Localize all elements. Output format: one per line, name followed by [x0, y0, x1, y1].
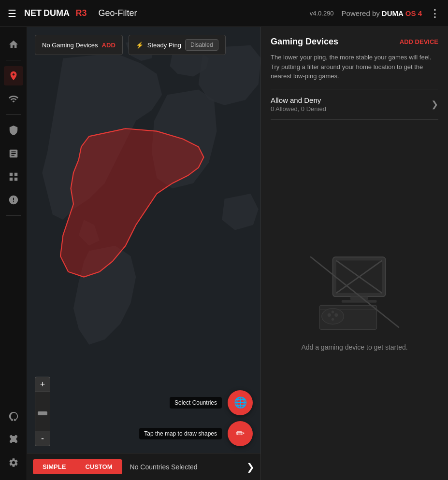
- sidebar-item-qos[interactable]: [4, 190, 23, 210]
- zoom-in-button[interactable]: +: [35, 377, 50, 392]
- countries-chevron-icon[interactable]: ❯: [246, 461, 255, 473]
- svg-point-10: [327, 313, 331, 316]
- sidebar-item-shield[interactable]: [4, 121, 23, 140]
- gaming-devices-title: Gaming Devices: [271, 37, 338, 47]
- powered-os: OS 4: [405, 9, 422, 17]
- steady-ping-label: Steady Ping: [147, 42, 181, 49]
- svg-point-13: [331, 318, 333, 320]
- allow-deny-row[interactable]: Allow and Deny 0 Allowed, 0 Denied ❯: [261, 89, 448, 119]
- content-area: No Gaming Devices ADD ⚡ Steady Ping Disa…: [27, 27, 448, 480]
- map-toolbar: No Gaming Devices ADD ⚡ Steady Ping Disa…: [35, 35, 226, 55]
- logo-net: NET: [24, 8, 42, 18]
- pencil-icon: ✏: [236, 427, 245, 440]
- zoom-out-button[interactable]: -: [35, 431, 50, 446]
- device-placeholder: Add a gaming device to get started.: [261, 120, 448, 480]
- menu-icon[interactable]: ☰: [8, 8, 16, 19]
- draw-shapes-button[interactable]: Tap the map to draw shapes ✏: [228, 421, 253, 446]
- powered-text: Powered by: [342, 9, 380, 17]
- allow-deny-title: Allow and Deny: [271, 96, 431, 104]
- sidebar-item-home[interactable]: [4, 35, 23, 54]
- more-options-icon[interactable]: ⋮: [430, 7, 440, 20]
- svg-rect-5: [350, 296, 367, 300]
- sidebar-item-settings[interactable]: [4, 453, 23, 472]
- allow-deny-chevron-icon: ❯: [431, 99, 438, 110]
- svg-point-12: [331, 311, 333, 313]
- select-countries-button[interactable]: Select Countries 🌐: [228, 390, 253, 415]
- steady-ping-icon: ⚡: [136, 42, 144, 49]
- header: ☰ NETDUMA R3 Geo-Filter v4.0.290 Powered…: [0, 0, 448, 27]
- custom-tab[interactable]: CUSTOM: [75, 459, 122, 474]
- version-label: v4.0.290: [310, 10, 334, 17]
- gaming-devices-description: The lower your ping, the more stable you…: [261, 53, 448, 89]
- map-float-buttons: Select Countries 🌐 Tap the map to draw s…: [228, 390, 253, 446]
- right-panel-header: Gaming Devices ADD DEVICE: [261, 27, 448, 53]
- logo-r3: R3: [75, 8, 87, 18]
- gaming-device-illustration: [306, 249, 403, 336]
- countries-selection: No Countries Selected: [122, 463, 246, 471]
- sidebar-item-geo-filter[interactable]: [4, 66, 23, 85]
- sidebar-item-stats[interactable]: [4, 144, 23, 163]
- page-title: Geo-Filter: [98, 8, 137, 18]
- allow-deny-subtitle: 0 Allowed, 0 Denied: [271, 105, 431, 113]
- zoom-controls: + -: [35, 377, 50, 446]
- zoom-track[interactable]: [35, 392, 50, 431]
- allow-deny-info: Allow and Deny 0 Allowed, 0 Denied: [271, 96, 431, 113]
- gaming-devices-btn[interactable]: No Gaming Devices ADD: [35, 35, 123, 55]
- sidebar-divider-3: [6, 215, 21, 216]
- bottom-bar: SIMPLE CUSTOM No Countries Selected ❯: [27, 453, 260, 480]
- main-layout: No Gaming Devices ADD ⚡ Steady Ping Disa…: [0, 27, 448, 480]
- right-panel: Gaming Devices ADD DEVICE The lower your…: [260, 27, 448, 480]
- no-gaming-devices-label: No Gaming Devices: [42, 42, 98, 49]
- logo-duma: DUMA: [43, 8, 70, 18]
- svg-rect-6: [341, 300, 376, 302]
- steady-ping-btn[interactable]: ⚡ Steady Ping Disabled: [129, 35, 226, 55]
- add-device-button[interactable]: ADD DEVICE: [400, 38, 438, 45]
- sidebar-item-network[interactable]: [4, 89, 23, 109]
- sidebar-item-rocket[interactable]: [4, 430, 23, 449]
- map-container[interactable]: No Gaming Devices ADD ⚡ Steady Ping Disa…: [27, 27, 260, 480]
- empty-state-text: Add a gaming device to get started.: [301, 343, 407, 351]
- powered-brand: DUMA: [382, 9, 404, 17]
- logo: NETDUMA R3: [24, 8, 87, 18]
- simple-tab[interactable]: SIMPLE: [33, 459, 75, 474]
- sidebar-item-boost[interactable]: [4, 407, 23, 426]
- sidebar-divider-2: [6, 114, 21, 115]
- map-background: [27, 27, 260, 480]
- zoom-thumb[interactable]: [38, 411, 47, 415]
- sidebar-item-grid[interactable]: [4, 167, 23, 186]
- sidebar: [0, 27, 27, 480]
- svg-point-11: [334, 313, 338, 316]
- steady-ping-status: Disabled: [185, 39, 218, 51]
- add-device-link[interactable]: ADD: [102, 42, 116, 49]
- globe-icon: 🌐: [234, 396, 247, 409]
- powered-by: Powered by DUMAOS 4: [342, 9, 422, 17]
- sidebar-divider: [6, 60, 21, 60]
